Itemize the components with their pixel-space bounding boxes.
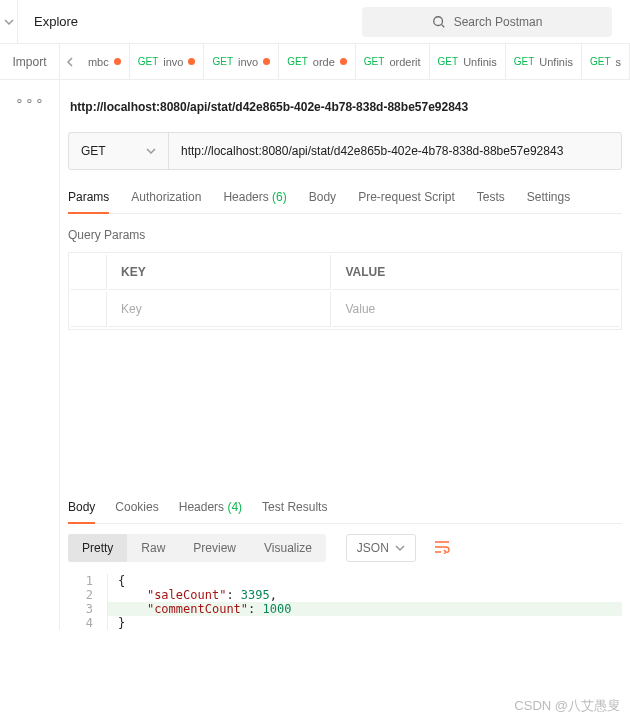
tab-item[interactable]: GETinvo <box>204 44 279 79</box>
tab-tests[interactable]: Tests <box>477 190 505 213</box>
dirty-dot-icon <box>263 58 270 65</box>
tabs-prev[interactable] <box>60 44 80 79</box>
method-dropdown[interactable]: GET <box>69 133 169 169</box>
tabs-strip: mbc GETinvo GETinvo GETorde GETorderit G… <box>60 44 630 79</box>
view-raw[interactable]: Raw <box>127 534 179 562</box>
query-params-label: Query Params <box>68 228 622 242</box>
dirty-dot-icon <box>188 58 195 65</box>
view-mode-group: Pretty Raw Preview Visualize <box>68 534 326 562</box>
tab-item[interactable]: GETinvo <box>130 44 205 79</box>
left-rail: ∘∘∘ <box>0 80 60 630</box>
tab-params[interactable]: Params <box>68 190 109 214</box>
table-row: Key Value <box>71 292 619 327</box>
dirty-dot-icon <box>340 58 347 65</box>
dirty-dot-icon <box>114 58 121 65</box>
chevron-down-icon <box>146 146 156 156</box>
tab-body[interactable]: Body <box>309 190 336 213</box>
tab-item[interactable]: GETorderit <box>356 44 430 79</box>
resp-tab-headers[interactable]: Headers (4) <box>179 500 242 523</box>
resp-tab-body[interactable]: Body <box>68 500 95 524</box>
search-placeholder: Search Postman <box>454 15 543 29</box>
view-pretty[interactable]: Pretty <box>68 534 127 562</box>
tab-item[interactable]: GETUnfinis <box>506 44 582 79</box>
url-bar: GET http://localhost:8080/api/stat/d42e8… <box>68 132 622 170</box>
resp-tab-tests[interactable]: Test Results <box>262 500 327 523</box>
tab-authorization[interactable]: Authorization <box>131 190 201 213</box>
response-tabs: Body Cookies Headers (4) Test Results <box>68 500 622 524</box>
tab-item[interactable]: mbc <box>80 44 130 79</box>
chevron-left-icon <box>65 57 75 67</box>
workspace-dropdown[interactable] <box>0 0 18 44</box>
response-body[interactable]: 1{ 2 "saleCount": 3395, 3 "commentCount"… <box>68 574 622 630</box>
request-title: http://localhost:8080/api/stat/d42e865b-… <box>70 100 622 114</box>
wrap-icon <box>434 540 450 554</box>
url-input[interactable]: http://localhost:8080/api/stat/d42e865b-… <box>169 133 621 169</box>
tab-item[interactable]: GETUnfinis <box>430 44 506 79</box>
format-dropdown[interactable]: JSON <box>346 534 416 562</box>
tab-settings[interactable]: Settings <box>527 190 570 213</box>
chevron-down-icon <box>395 543 405 553</box>
body-toolbar: Pretty Raw Preview Visualize JSON <box>68 534 622 562</box>
key-header: KEY <box>109 255 331 290</box>
more-options-icon[interactable]: ∘∘∘ <box>15 92 45 108</box>
svg-point-0 <box>433 16 442 25</box>
request-tabs: Params Authorization Headers (6) Body Pr… <box>68 190 622 214</box>
value-cell[interactable]: Value <box>333 292 619 327</box>
search-icon <box>432 15 446 29</box>
resp-tab-cookies[interactable]: Cookies <box>115 500 158 523</box>
view-preview[interactable]: Preview <box>179 534 250 562</box>
params-table: KEY VALUE Key Value <box>68 252 622 330</box>
tab-item[interactable]: GETs <box>582 44 630 79</box>
explore-link[interactable]: Explore <box>18 14 94 29</box>
tab-item[interactable]: GETorde <box>279 44 356 79</box>
watermark: CSDN @八艾愚叟 <box>514 697 620 715</box>
search-input[interactable]: Search Postman <box>362 7 612 37</box>
value-header: VALUE <box>333 255 619 290</box>
svg-line-1 <box>441 24 444 27</box>
tab-prerequest[interactable]: Pre-request Script <box>358 190 455 213</box>
wrap-lines-button[interactable] <box>430 536 454 561</box>
view-visualize[interactable]: Visualize <box>250 534 326 562</box>
tab-headers[interactable]: Headers (6) <box>223 190 286 213</box>
import-button[interactable]: Import <box>0 44 60 79</box>
key-cell[interactable]: Key <box>109 292 331 327</box>
